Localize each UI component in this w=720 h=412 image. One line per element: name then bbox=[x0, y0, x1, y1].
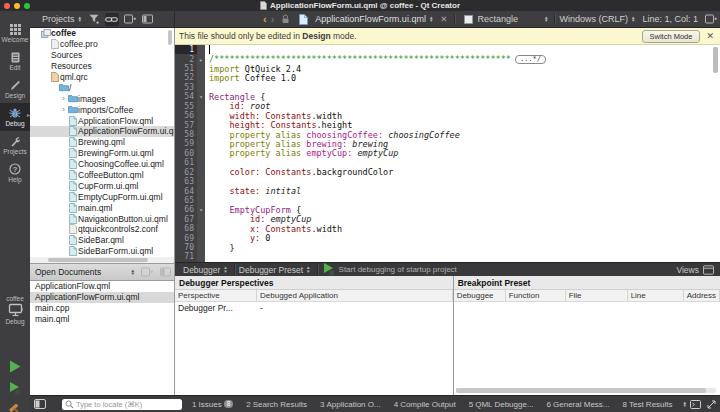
run-button[interactable] bbox=[8, 359, 22, 374]
line-ending-spinner-icon[interactable] bbox=[631, 16, 635, 23]
tree-item[interactable]: ›imports/Coffee bbox=[30, 104, 174, 115]
preset-spinner-icon[interactable] bbox=[306, 266, 310, 273]
locator-input[interactable] bbox=[76, 400, 179, 409]
code-line[interactable]: 62 color: Constants.backgroundColor bbox=[175, 167, 720, 176]
mode-help[interactable]: ?Help bbox=[0, 159, 30, 187]
tree-item[interactable]: qtquickcontrols2.conf bbox=[30, 224, 174, 235]
symbol-selector-spinner-icon[interactable] bbox=[544, 16, 548, 23]
code-line[interactable]: 52import Coffee 1.0 bbox=[175, 73, 720, 82]
infobar-close-icon[interactable]: ✕ bbox=[706, 31, 714, 41]
open-doc-item[interactable]: main.qml bbox=[30, 313, 174, 324]
code-line[interactable]: 63 bbox=[175, 177, 720, 186]
tree-item[interactable]: Sources bbox=[30, 50, 174, 61]
line-ending-selector[interactable]: Windows (CRLF) bbox=[559, 14, 628, 24]
split-editor-icon[interactable] bbox=[704, 13, 718, 26]
tree-item[interactable]: qml.qrc bbox=[30, 72, 174, 83]
symbol-selector[interactable]: Rectangle bbox=[477, 14, 518, 24]
mode-welcome[interactable]: Welcome bbox=[0, 19, 30, 47]
code-line[interactable]: 57 height: Constants.height bbox=[175, 120, 720, 129]
mode-design[interactable]: Design bbox=[0, 75, 30, 103]
output-pane-button-8[interactable]: 8Test Results bbox=[623, 400, 673, 409]
code-line[interactable]: 58 property alias choosingCoffee: choosi… bbox=[175, 130, 720, 139]
open-documents-title[interactable]: Open Documents bbox=[35, 267, 101, 277]
tree-item[interactable]: ApplicationFlowForm.ui.qml bbox=[30, 126, 174, 137]
views-menu[interactable]: Views bbox=[676, 265, 714, 275]
tree-item[interactable]: Brewing.qml bbox=[30, 137, 174, 148]
tree-item[interactable]: CupForm.ui.qml bbox=[30, 180, 174, 191]
link-with-editor-icon[interactable] bbox=[105, 13, 119, 26]
start-debugging-icon[interactable] bbox=[322, 262, 336, 277]
engine-spinner-icon[interactable] bbox=[223, 266, 227, 273]
locator[interactable] bbox=[62, 399, 182, 410]
debug-run-button[interactable] bbox=[8, 381, 22, 396]
code-line[interactable]: 61 bbox=[175, 158, 720, 167]
go-forward-icon[interactable]: › bbox=[271, 14, 275, 24]
close-document-icon[interactable]: ✕ bbox=[440, 14, 447, 24]
code-line[interactable]: 70 } bbox=[175, 243, 720, 252]
code-line[interactable]: 56 width: Constants.width bbox=[175, 111, 720, 120]
maximize-output-icon[interactable] bbox=[707, 400, 716, 409]
opendocs-close-icon[interactable] bbox=[158, 266, 172, 279]
output-pane-button-4[interactable]: 4Compile Output bbox=[394, 400, 456, 409]
code-line[interactable]: 67 id: emptyCup bbox=[175, 215, 720, 224]
tree-item[interactable]: / bbox=[30, 82, 174, 93]
fold-collapsed-box[interactable]: ...*/ bbox=[515, 55, 546, 64]
go-back-icon[interactable]: ‹ bbox=[263, 14, 267, 24]
toggle-sidebar-icon[interactable] bbox=[34, 399, 46, 409]
open-documents-spinner-icon[interactable] bbox=[131, 269, 135, 276]
traffic-lights[interactable] bbox=[4, 3, 30, 9]
document-selector-spinner-icon[interactable] bbox=[429, 16, 433, 23]
tree-item[interactable]: Resources bbox=[30, 61, 174, 72]
output-pane-button-5[interactable]: 5QML Debugge... bbox=[469, 400, 534, 409]
close-window-button[interactable] bbox=[4, 3, 10, 9]
code-line[interactable]: 2▸/*************************************… bbox=[175, 54, 720, 63]
tree-item[interactable]: NavigationButton.ui.qml bbox=[30, 213, 174, 224]
mode-edit[interactable]: Edit bbox=[0, 47, 30, 75]
mode-projects[interactable]: Projects bbox=[0, 131, 30, 159]
split-pane-icon[interactable] bbox=[123, 13, 137, 26]
breakpoints-horizontal-scrollbar[interactable] bbox=[456, 388, 716, 393]
tree-item[interactable]: BrewingForm.ui.qml bbox=[30, 148, 174, 159]
tree-item[interactable]: coffee bbox=[30, 28, 174, 39]
code-line[interactable]: 53 bbox=[175, 83, 720, 92]
code-line[interactable]: 59 property alias brewing: brewing bbox=[175, 139, 720, 148]
tree-item[interactable]: ›images bbox=[30, 93, 174, 104]
debugger-engine-selector[interactable]: Debugger bbox=[183, 265, 220, 275]
output-pane-button-6[interactable]: 6General Mess... bbox=[547, 400, 610, 409]
perspectives-row[interactable]: Debugger Pr...- bbox=[175, 302, 453, 313]
open-doc-item[interactable]: ApplicationFlow.qml bbox=[30, 281, 174, 292]
fold-marker-icon[interactable]: ▾ bbox=[197, 205, 205, 214]
tree-item[interactable]: CoffeeButton.qml bbox=[30, 170, 174, 181]
mode-debug[interactable]: Debug bbox=[0, 103, 30, 131]
output-pane-button-1[interactable]: 1Issues8 bbox=[192, 400, 233, 409]
tree-item[interactable]: ChoosingCoffee.ui.qml bbox=[30, 159, 174, 170]
code-line[interactable]: 64 state: intital bbox=[175, 186, 720, 195]
output-pane-button-3[interactable]: 3Application O... bbox=[320, 400, 381, 409]
tree-vertical-scrollbar[interactable] bbox=[168, 30, 172, 45]
console-icon[interactable] bbox=[690, 400, 701, 409]
code-line[interactable]: 71 bbox=[175, 252, 720, 261]
build-button[interactable] bbox=[8, 403, 22, 412]
open-document-selector[interactable]: ApplicationFlowForm.ui.qml bbox=[315, 14, 426, 24]
projects-pane-title[interactable]: Projects bbox=[42, 14, 75, 24]
code-line[interactable]: 68 x: Constants.width bbox=[175, 224, 720, 233]
zoom-window-button[interactable] bbox=[24, 3, 30, 9]
open-doc-item[interactable]: ApplicationFlowForm.ui.qml bbox=[30, 292, 174, 303]
editor-vertical-scrollbar[interactable] bbox=[713, 47, 718, 73]
switch-mode-button[interactable]: Switch Mode bbox=[642, 30, 701, 43]
tree-item[interactable]: SideBar.qml bbox=[30, 235, 174, 246]
code-line[interactable]: 1 bbox=[175, 45, 720, 54]
tree-item[interactable]: main.qml bbox=[30, 202, 174, 213]
output-panes-spinner-icon[interactable] bbox=[683, 401, 687, 408]
code-line[interactable]: 69 y: 0 bbox=[175, 233, 720, 242]
start-debugging-label[interactable]: Start debugging of startup project bbox=[339, 265, 457, 274]
opendocs-split-icon[interactable] bbox=[140, 266, 154, 279]
close-pane-icon[interactable] bbox=[141, 13, 155, 26]
tree-item[interactable]: EmptyCupForm.ui.qml bbox=[30, 191, 174, 202]
debugger-preset-selector[interactable]: Debugger Preset bbox=[239, 265, 303, 275]
fold-marker-icon[interactable]: ▸ bbox=[197, 54, 205, 63]
code-line[interactable]: 66▾ EmptyCupForm { bbox=[175, 205, 720, 214]
code-line[interactable]: 51import QtQuick 2.4 bbox=[175, 64, 720, 73]
tree-item[interactable]: coffee.pro bbox=[30, 39, 174, 50]
output-pane-button-2[interactable]: 2Search Results bbox=[246, 400, 307, 409]
